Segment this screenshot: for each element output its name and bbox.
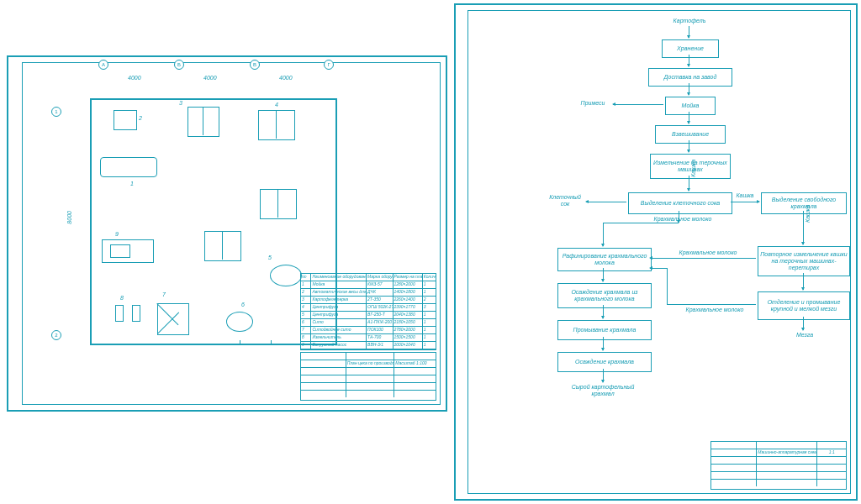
equip-5 bbox=[270, 265, 302, 286]
door-opening bbox=[240, 340, 272, 344]
lbl-moloko3: Крахмальное молоко bbox=[677, 307, 753, 313]
equip-4c bbox=[204, 231, 241, 261]
flowchart-sheet: Картофель Хранение Доставка на завод Мой… bbox=[454, 3, 858, 501]
equip-9-inner bbox=[110, 244, 130, 258]
flow-n4: Мойка bbox=[665, 97, 716, 115]
equip-2 bbox=[114, 110, 137, 130]
equip-8b bbox=[132, 305, 140, 322]
flow-n10: Повторное измельчение кашки на терочных … bbox=[758, 246, 850, 276]
titleblock-left: План цеха по производству сырого крахмал… bbox=[300, 352, 436, 401]
axis-a: А bbox=[98, 60, 108, 70]
lbl-sok: Клеточный сок bbox=[544, 194, 586, 207]
lbl-kashka2: Кашка bbox=[732, 192, 758, 199]
lbl-primesi: Примеси bbox=[574, 100, 611, 107]
lbl-kashka3: Кашка bbox=[805, 205, 811, 223]
equip-num-5: 5 bbox=[268, 255, 272, 261]
lbl-moloko2: Крахмальное молоко bbox=[670, 249, 746, 256]
flow-n1: Картофель bbox=[660, 18, 719, 24]
axis-g: Г bbox=[324, 60, 334, 70]
equip-1 bbox=[100, 157, 157, 177]
lbl-kashka1: Кашка bbox=[690, 160, 697, 177]
flow-n8: Выделение свободного крахмала bbox=[761, 192, 847, 214]
titleblock-right: Машинно-аппаратурная схема производства … bbox=[710, 441, 847, 490]
arrow-primesi bbox=[613, 104, 663, 105]
dim-vspan: 8000 bbox=[66, 211, 73, 224]
equip-num-7: 7 bbox=[162, 291, 166, 298]
flow-n2: Хранение bbox=[662, 39, 719, 58]
floorplan-sheet: А Б В Г 1 2 4000 4000 4000 8000 bbox=[7, 55, 447, 412]
flow-n13: Промывание крахмала bbox=[557, 320, 652, 340]
dim-span2: 4000 bbox=[203, 75, 217, 81]
equip-4a bbox=[258, 110, 295, 140]
equip-4b bbox=[260, 189, 297, 219]
lbl-mezga: Мезга bbox=[788, 332, 821, 339]
flow-n14: Осаждение крахмала bbox=[557, 352, 652, 372]
axis-1: 1 bbox=[51, 107, 61, 117]
equipment-table: №Наименование оборудованияМарка оборудов… bbox=[300, 273, 436, 350]
equip-6 bbox=[226, 312, 253, 332]
flow-n11: Осаждение крахмала из крахмального молок… bbox=[557, 283, 652, 308]
axis-2: 2 bbox=[51, 330, 61, 340]
equip-num-9: 9 bbox=[115, 231, 119, 238]
lbl-moloko1: Крахмальное молоко bbox=[645, 216, 721, 223]
flow-n5: Взвешивание bbox=[655, 125, 726, 144]
equip-8a bbox=[115, 305, 124, 322]
equip-num-1: 1 bbox=[130, 181, 134, 187]
equip-3 bbox=[188, 107, 219, 137]
equip-num-8: 8 bbox=[120, 295, 124, 302]
equip-num-4: 4 bbox=[275, 102, 278, 108]
equip-num-6: 6 bbox=[241, 302, 245, 308]
flow-n15: Сырой картофельный крахмал bbox=[563, 384, 643, 396]
flow-n7: Выделение клеточного сока bbox=[628, 192, 732, 214]
equip-num-3: 3 bbox=[179, 100, 182, 107]
equip-num-2: 2 bbox=[139, 115, 142, 122]
axis-b: Б bbox=[174, 60, 184, 70]
flow-n3: Доставка на завод bbox=[648, 68, 732, 87]
flow-n12: Отделение и промывание крупной и мелкой … bbox=[758, 291, 850, 320]
dim-span3: 4000 bbox=[279, 75, 293, 81]
axis-v: В bbox=[250, 60, 260, 70]
dim-span1: 4000 bbox=[128, 75, 141, 81]
flow-n9: Рафинирование крахмального молока bbox=[557, 248, 652, 271]
